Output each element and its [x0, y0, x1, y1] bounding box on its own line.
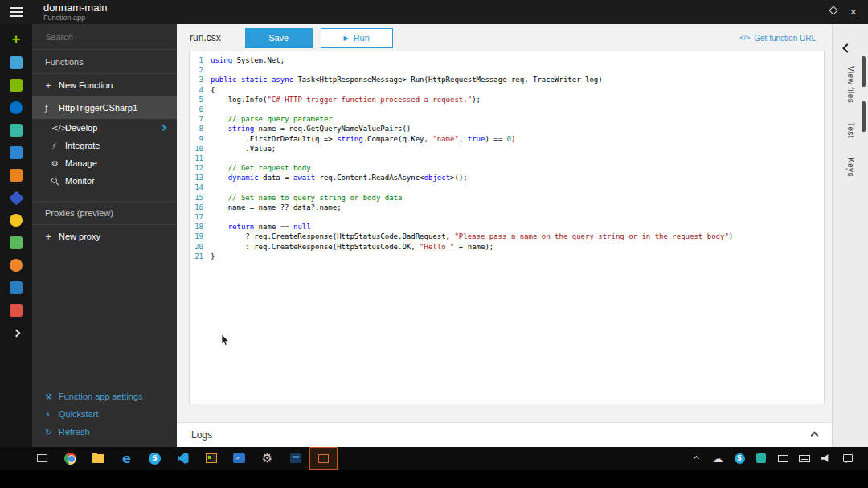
code-line[interactable]: 5 log.Info("C# HTTP trigger function pro… [190, 95, 824, 105]
tab-view-files[interactable]: View files [846, 66, 855, 103]
network-tray-icon[interactable] [754, 447, 768, 470]
favorite-service-icon-7[interactable] [0, 187, 32, 209]
scrollbar-thumb[interactable] [862, 56, 866, 87]
action-center-icon[interactable] [841, 447, 855, 470]
page-title: donnam-main [43, 2, 108, 14]
onedrive-icon[interactable]: ☁ [710, 447, 725, 470]
windows-taskbar: eS>_⚙ ☁S [0, 447, 868, 470]
line-number: 8 [190, 124, 211, 133]
logs-panel-header[interactable]: Logs [177, 422, 832, 447]
sidebar-item-icon-manage: ⚙ [51, 159, 65, 168]
sidebar-item-label: New proxy [59, 232, 100, 241]
code-line[interactable]: 4{ [190, 85, 824, 95]
sidebar-link-label: Function app settings [59, 392, 143, 401]
code-line[interactable]: 9 .FirstOrDefault(q => string.Compare(q.… [190, 134, 824, 144]
code-line[interactable]: 1using System.Net; [190, 55, 824, 65]
file-explorer-icon[interactable] [84, 447, 113, 470]
code-line[interactable]: 16 name = name ?? data?.name; [190, 203, 824, 212]
favorite-service-icon-10[interactable] [0, 254, 32, 277]
favorite-service-icon-8[interactable] [0, 209, 32, 232]
code-line[interactable]: 14 [190, 182, 824, 192]
favorite-service-icon-9[interactable] [0, 232, 32, 254]
favorite-service-icon-1[interactable] [0, 51, 32, 74]
edge-icon[interactable]: e [113, 447, 141, 470]
code-line[interactable]: 13 dynamic data = await req.Content.Read… [190, 173, 824, 182]
code-line[interactable]: 20 : req.CreateResponse(HttpStatusCode.O… [190, 242, 824, 252]
code-line[interactable]: 21} [190, 252, 824, 261]
code-line[interactable]: 7 // parse query parameter [190, 114, 824, 124]
search-input[interactable] [45, 32, 164, 42]
settings-gear-icon[interactable]: ⚙ [253, 447, 281, 470]
skype-tray-icon-visual: S [735, 453, 745, 464]
scrollbar-thumb[interactable] [862, 101, 866, 132]
code-line[interactable]: 19 ? req.CreateResponse(HttpStatusCode.B… [190, 232, 824, 241]
sidebar-item-monitor[interactable]: Monitor [32, 172, 177, 190]
sidebar-link-refresh[interactable]: ↻Refresh [32, 423, 177, 441]
get-function-url-link[interactable]: </> Get function URL [739, 34, 816, 43]
volume-icon[interactable] [819, 447, 833, 470]
sidebar-link-function-app-settings[interactable]: ⚒Function app settings [32, 388, 177, 405]
code-line[interactable]: 15 // Set name to query string or body d… [190, 193, 824, 203]
chrome-icon[interactable] [56, 447, 84, 470]
collapse-panel-chevron[interactable] [842, 43, 851, 52]
display-tray-icon[interactable] [776, 447, 790, 470]
tab-test[interactable]: Test [846, 122, 855, 138]
favorite-service-icon-11[interactable] [0, 277, 32, 299]
windows-start-button[interactable] [0, 447, 28, 470]
favorite-service-icon-2[interactable] [0, 74, 32, 96]
sidebar-item-integrate[interactable]: ⚡Integrate [32, 137, 177, 154]
code-line[interactable]: 18 return name == null [190, 222, 824, 232]
active-terminal-app-icon[interactable] [309, 447, 338, 470]
hidden-icons-chevron[interactable] [689, 447, 703, 470]
code-line-text: log.Info("C# HTTP trigger function proce… [211, 95, 481, 105]
code-line[interactable]: 8 string name = req.GetQueryNameValuePai… [190, 124, 824, 133]
code-line[interactable]: 6 [190, 105, 824, 114]
task-view-button[interactable] [28, 447, 56, 470]
function-cli-terminal-icon[interactable] [197, 447, 225, 470]
favorite-service-icon-6[interactable] [0, 164, 32, 187]
code-line[interactable]: 11 [190, 154, 824, 163]
run-button[interactable]: ▶ Run [321, 28, 393, 48]
skype-icon[interactable]: S [141, 447, 169, 470]
code-line[interactable]: 17 [190, 212, 824, 222]
touch-keyboard-icon-visual [799, 455, 810, 462]
favorite-service-icon-3[interactable] [0, 96, 32, 119]
more-services-chevron[interactable] [0, 322, 32, 344]
code-line-text: name = name ?? data?.name; [211, 203, 342, 212]
active-terminal-app-icon-visual [318, 454, 329, 463]
powershell-icon[interactable]: >_ [225, 447, 253, 470]
line-number: 19 [190, 232, 211, 241]
touch-keyboard-icon[interactable] [797, 447, 812, 470]
code-editor[interactable]: 1using System.Net;23public static async … [189, 51, 825, 404]
proxies-section-header: Proxies (preview) [32, 201, 177, 225]
favorite-service-icon-4[interactable] [0, 119, 32, 141]
skype-tray-icon[interactable]: S [732, 447, 747, 470]
sidebar-item-new-proxy[interactable]: +New proxy [32, 225, 177, 248]
blue-app-icon[interactable] [281, 447, 309, 470]
sidebar-item-develop[interactable]: </>Develop [32, 119, 177, 137]
favorite-service-icon-12[interactable] [0, 299, 32, 322]
sidebar-item-new-function[interactable]: +New Function [32, 74, 177, 96]
favorite-service-icon-9-glyph [10, 236, 23, 249]
save-button[interactable]: Save [245, 28, 313, 48]
line-number: 16 [190, 203, 211, 212]
pin-icon[interactable] [829, 7, 837, 18]
new-resource-plus-icon[interactable]: + [0, 27, 32, 50]
sidebar-link-quickstart[interactable]: ⚡Quickstart [32, 405, 177, 423]
favorite-service-icon-4-glyph [10, 124, 23, 137]
line-number: 10 [190, 144, 211, 154]
close-icon[interactable]: × [850, 6, 857, 18]
app-top-bar: donnam-main Function app × [0, 0, 868, 24]
code-line[interactable]: 12 // Get request body [190, 163, 824, 173]
sidebar-item-manage[interactable]: ⚙Manage [32, 154, 177, 172]
favorite-service-icon-5[interactable] [0, 141, 32, 164]
code-line[interactable]: 3public static async Task<HttpResponseMe… [190, 75, 824, 84]
hamburger-menu-icon[interactable] [0, 0, 32, 24]
edge-icon-visual: e [122, 451, 131, 466]
code-line[interactable]: 2 [190, 65, 824, 75]
tab-keys[interactable]: Keys [846, 158, 855, 177]
code-line[interactable]: 10 .Value; [190, 144, 824, 154]
logs-collapse-chevron[interactable] [811, 431, 819, 439]
sidebar-item-function-httptriggercsharp1[interactable]: ƒHttpTriggerCSharp1 [32, 96, 177, 119]
vscode-icon[interactable] [169, 447, 197, 470]
